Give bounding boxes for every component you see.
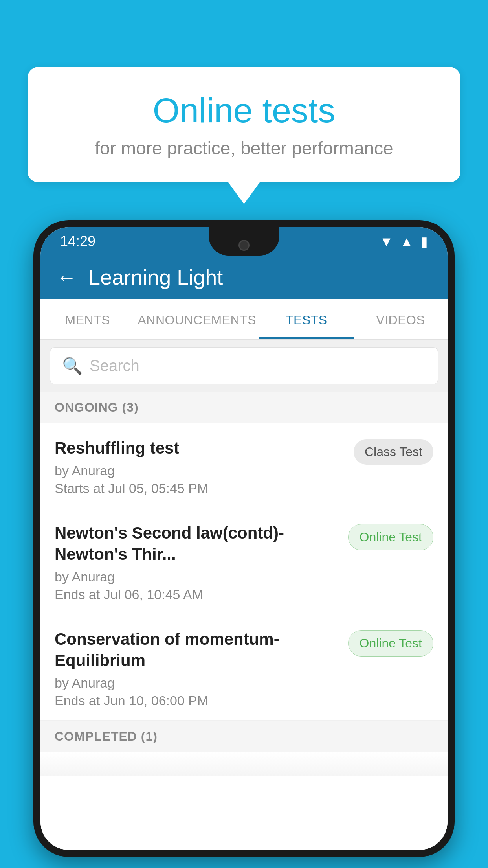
test-name: Newton's Second law(contd)-Newton's Thir… <box>55 522 340 565</box>
search-placeholder: Search <box>90 357 139 375</box>
status-time: 14:29 <box>60 233 95 250</box>
app-bar: ← Learning Light <box>40 256 448 299</box>
test-info: Newton's Second law(contd)-Newton's Thir… <box>55 522 340 602</box>
test-badge-online: Online Test <box>348 630 434 657</box>
test-info: Conservation of momentum-Equilibrium by … <box>55 629 340 708</box>
test-date: Ends at Jul 06, 10:45 AM <box>55 587 340 602</box>
test-item[interactable]: Newton's Second law(contd)-Newton's Thir… <box>40 508 448 614</box>
phone-screen: 14:29 ▼ ▲ ▮ ← Learning Light MENTS ANNOU… <box>40 227 448 850</box>
test-date: Ends at Jun 10, 06:00 PM <box>55 693 340 708</box>
tab-announcements[interactable]: ANNOUNCEMENTS <box>134 299 259 339</box>
test-item[interactable]: Conservation of momentum-Equilibrium by … <box>40 614 448 721</box>
phone-outer-shell: 14:29 ▼ ▲ ▮ ← Learning Light MENTS ANNOU… <box>33 220 455 857</box>
test-date: Starts at Jul 05, 05:45 PM <box>55 481 346 496</box>
tab-tests[interactable]: TESTS <box>259 299 353 339</box>
battery-icon: ▮ <box>420 234 428 249</box>
test-list: Reshuffling test by Anurag Starts at Jul… <box>40 423 448 850</box>
test-by: by Anurag <box>55 675 340 691</box>
notch-camera <box>238 240 250 251</box>
bubble-arrow <box>228 182 260 204</box>
phone-mockup: 14:29 ▼ ▲ ▮ ← Learning Light MENTS ANNOU… <box>33 220 455 868</box>
test-badge-class: Class Test <box>354 439 433 465</box>
bubble-subtitle: for more practice, better performance <box>59 138 429 159</box>
search-icon: 🔍 <box>62 356 83 375</box>
test-by: by Anurag <box>55 463 346 478</box>
test-name: Reshuffling test <box>55 438 346 459</box>
completed-section-header: COMPLETED (1) <box>40 721 448 752</box>
status-icons: ▼ ▲ ▮ <box>380 234 428 249</box>
wifi-icon: ▼ <box>380 234 393 249</box>
test-name: Conservation of momentum-Equilibrium <box>55 629 340 671</box>
bubble-title: Online tests <box>59 90 429 131</box>
app-bar-title: Learning Light <box>88 265 223 289</box>
tab-videos[interactable]: VIDEOS <box>354 299 448 339</box>
bottom-fade <box>40 752 448 776</box>
test-badge-online: Online Test <box>348 524 434 550</box>
tabs-bar: MENTS ANNOUNCEMENTS TESTS VIDEOS <box>40 299 448 340</box>
test-by: by Anurag <box>55 569 340 585</box>
search-bar[interactable]: 🔍 Search <box>50 347 438 384</box>
phone-notch <box>209 227 279 256</box>
signal-icon: ▲ <box>400 234 413 249</box>
ongoing-section-header: ONGOING (3) <box>40 392 448 423</box>
test-item[interactable]: Reshuffling test by Anurag Starts at Jul… <box>40 423 448 508</box>
speech-bubble-section: Online tests for more practice, better p… <box>28 67 460 204</box>
tab-ments[interactable]: MENTS <box>40 299 134 339</box>
search-container: 🔍 Search <box>40 340 448 392</box>
test-info: Reshuffling test by Anurag Starts at Jul… <box>55 438 346 496</box>
back-button[interactable]: ← <box>56 265 77 289</box>
speech-bubble-card: Online tests for more practice, better p… <box>28 67 460 182</box>
